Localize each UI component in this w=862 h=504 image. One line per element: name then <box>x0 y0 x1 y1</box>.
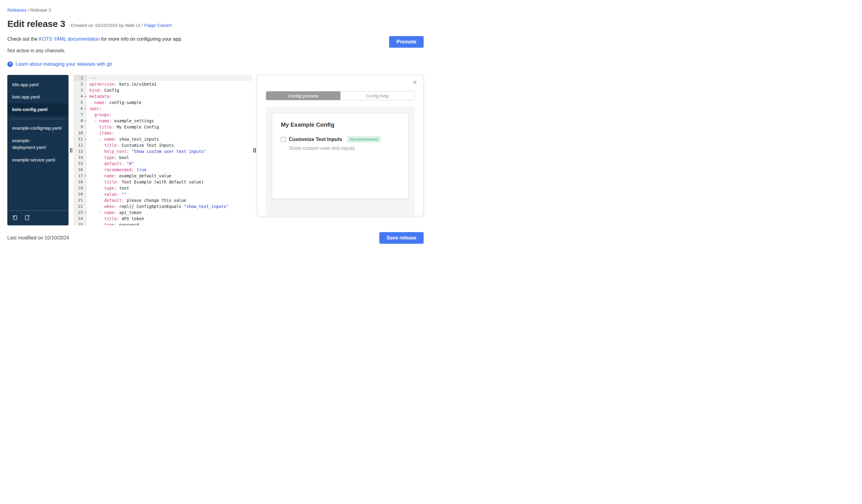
code-text[interactable]: kind: Config <box>87 87 252 93</box>
created-author-link[interactable]: Paige Calvert <box>144 23 172 28</box>
code-line: 23▾ - name: api_token <box>74 210 252 216</box>
edit-release-page: Releases / Release 3 Edit release 3 Crea… <box>0 0 431 252</box>
customize-text-inputs-checkbox[interactable] <box>281 137 286 142</box>
line-number: 10 <box>74 130 87 136</box>
yaml-code-editor[interactable]: 1---2apiVersion: kots.io/v1beta13kind: C… <box>74 75 252 225</box>
code-text[interactable]: type: password <box>87 222 252 225</box>
created-info: Created on 10/10/2024 by Web UI / Paige … <box>71 23 172 28</box>
code-line: 7 groups: <box>74 111 252 118</box>
code-line: 19 type: text <box>74 185 252 191</box>
code-line: 18 title: Text Example (with default val… <box>74 179 252 185</box>
drag-handle-icon <box>253 148 256 152</box>
file-item[interactable]: example-deployment.yaml <box>7 135 68 154</box>
doc-line: Check out the KOTS YAML documentation fo… <box>7 36 424 42</box>
line-number: 13 <box>74 148 87 155</box>
code-text[interactable]: title: API token <box>87 216 252 222</box>
line-number: 14 <box>74 155 87 161</box>
file-item[interactable]: k8s-app.yaml <box>7 79 68 91</box>
line-number: 22 <box>74 203 87 210</box>
tab-config-help[interactable]: Config help <box>340 91 415 100</box>
code-line: 11▾ - name: show_text_inputs <box>74 136 252 142</box>
code-text[interactable]: groups: <box>87 111 252 118</box>
pane-resize-handle-left[interactable] <box>68 75 74 225</box>
line-number: 1 <box>74 75 87 81</box>
code-line: 12 title: Customize Text Inputs <box>74 142 252 148</box>
code-text[interactable]: type: bool <box>87 155 252 161</box>
file-item[interactable]: kots-app.yaml <box>7 91 68 103</box>
channel-status: Not active in any channels <box>7 48 424 54</box>
code-line: 8▾ - name: example_settings <box>74 118 252 124</box>
preview-body: My Example Config Customize Text Inputs … <box>266 107 415 215</box>
recommended-badge: Recommended <box>347 136 381 143</box>
code-text[interactable]: help_text: "Show custom user text inputs… <box>87 148 252 155</box>
file-item[interactable]: example-configmap.yaml <box>7 122 68 134</box>
line-number: 16 <box>74 167 87 173</box>
close-icon[interactable]: ✕ <box>412 80 417 85</box>
code-text[interactable]: name: config-sample <box>87 100 252 106</box>
doc-prefix: Check out the <box>7 36 39 42</box>
code-text[interactable]: default: "0" <box>87 161 252 167</box>
file-item[interactable]: kots-config.yaml <box>7 103 68 116</box>
pane-resize-handle-right[interactable] <box>252 75 257 225</box>
import-file-icon[interactable] <box>12 214 18 221</box>
code-text[interactable]: type: text <box>87 185 252 191</box>
git-link-row: ? Learn about managing your releases wit… <box>7 62 424 67</box>
breadcrumb-releases-link[interactable]: Releases <box>7 7 27 13</box>
config-option-row: Customize Text Inputs Recommended <box>281 136 400 143</box>
help-question-icon[interactable]: ? <box>7 62 13 67</box>
code-text[interactable]: when: repl{{ ConfigOptionEquals "show_te… <box>87 203 252 210</box>
code-text[interactable]: default: please change this value <box>87 197 252 203</box>
code-text[interactable]: title: Customize Text Inputs <box>87 142 252 148</box>
save-release-button[interactable]: Save release <box>379 232 424 244</box>
page-title: Edit release 3 <box>7 19 65 29</box>
file-item[interactable]: example-service.yaml <box>7 154 68 166</box>
code-text[interactable]: title: My Example Config <box>87 124 252 130</box>
fold-arrow-icon[interactable]: ▾ <box>85 210 86 216</box>
line-number: 7 <box>74 111 87 118</box>
code-text[interactable]: recommended: true <box>87 167 252 173</box>
created-text: Created on 10/10/2024 by Web UI / <box>71 23 144 28</box>
breadcrumb: Releases / Release 3 <box>7 0 424 13</box>
code-text[interactable]: - name: show_text_inputs <box>87 136 252 142</box>
code-text[interactable]: --- <box>87 75 252 81</box>
code-text[interactable]: value: "" <box>87 191 252 197</box>
code-text[interactable]: - name: example_settings <box>87 118 252 124</box>
line-number: 23▾ <box>74 210 87 216</box>
release-editor-workspace: k8s-app.yamlkots-app.yamlkots-config.yam… <box>7 75 424 225</box>
fold-arrow-icon[interactable]: ▾ <box>85 118 86 124</box>
code-text[interactable]: items: <box>87 130 252 136</box>
fold-arrow-icon[interactable]: ▾ <box>85 106 86 111</box>
line-number: 6▾ <box>74 106 87 111</box>
code-text[interactable]: spec: <box>87 106 252 111</box>
code-line: 15 default: "0" <box>74 161 252 167</box>
fold-arrow-icon[interactable]: ▾ <box>85 136 86 142</box>
line-number: 9 <box>74 124 87 130</box>
line-number: 15 <box>74 161 87 167</box>
line-number: 25 <box>74 222 87 225</box>
git-releases-link[interactable]: Learn about managing your releases with … <box>16 62 112 67</box>
line-number: 5 <box>74 100 87 106</box>
code-text[interactable]: - name: api_token <box>87 210 252 216</box>
code-line: 10 items: <box>74 130 252 136</box>
fold-arrow-icon[interactable]: ▾ <box>85 173 86 179</box>
tab-config-preview[interactable]: Config preview <box>266 91 340 100</box>
code-text[interactable]: - name: example_default_value <box>87 173 252 179</box>
line-number: 18 <box>74 179 87 185</box>
code-text[interactable]: title: Text Example (with default value) <box>87 179 252 185</box>
file-tree: k8s-app.yamlkots-app.yamlkots-config.yam… <box>7 79 68 210</box>
config-option-help-text: Show custom user text inputs <box>289 145 400 151</box>
code-line: 5 name: config-sample <box>74 100 252 106</box>
promote-button[interactable]: Promote <box>389 36 424 48</box>
code-text[interactable]: apiVersion: kots.io/v1beta1 <box>87 81 252 87</box>
title-row: Edit release 3 Created on 10/10/2024 by … <box>7 19 424 29</box>
code-text[interactable]: metadata: <box>87 93 252 100</box>
new-file-icon[interactable] <box>24 214 30 221</box>
sidebar-bottom-bar <box>7 210 68 225</box>
code-line: 17▾ - name: example_default_value <box>74 173 252 179</box>
code-line: 4▾metadata: <box>74 93 252 100</box>
fold-arrow-icon[interactable]: ▾ <box>85 93 86 100</box>
code-area: 1---2apiVersion: kots.io/v1beta13kind: C… <box>74 75 252 225</box>
line-number: 21 <box>74 197 87 203</box>
kots-yaml-doc-link[interactable]: KOTS YAML documentation <box>39 36 100 42</box>
code-line: 20 value: "" <box>74 191 252 197</box>
